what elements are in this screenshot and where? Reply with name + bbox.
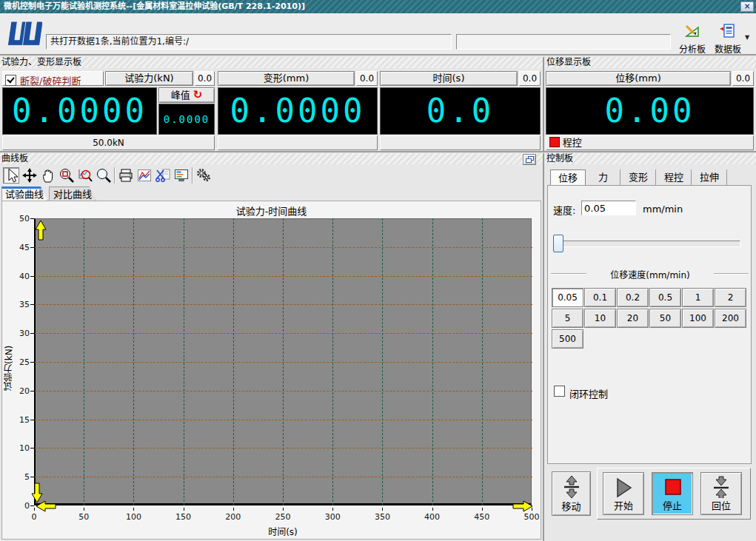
speed-button-0_5[interactable]: 0.5 — [649, 288, 681, 307]
analysis-board-button[interactable]: 分析板 — [675, 22, 709, 53]
move-tool-button[interactable] — [21, 167, 38, 184]
curve-panel-header: 曲线板 — [0, 153, 543, 164]
x-tick-mark — [233, 508, 234, 511]
gears-tool-button[interactable] — [195, 167, 212, 184]
break-judge-checkbox-row[interactable]: 断裂/破碎判断 — [2, 71, 104, 86]
x-tick-mark — [382, 508, 383, 511]
deform-display: 0.0000 — [218, 87, 378, 135]
move-button[interactable]: 移动 — [552, 471, 591, 516]
closed-loop-checkbox[interactable] — [554, 386, 565, 400]
move-icon — [21, 167, 38, 184]
analysis-board-label: 分析板 — [675, 42, 709, 55]
select-tool-button[interactable] — [3, 167, 19, 184]
force-panel-title[interactable]: 试验力(kN) — [105, 71, 193, 86]
time-small-value: 0.0 — [519, 71, 541, 86]
speed-button-0_2[interactable]: 0.2 — [617, 288, 649, 307]
curve-tab-0[interactable]: 试验曲线 — [1, 187, 47, 201]
gridline-h — [35, 304, 532, 305]
gears-icon — [195, 167, 212, 184]
monitor-icon — [173, 167, 190, 184]
start-label: 开始 — [614, 498, 633, 512]
x-tick-mark — [532, 508, 532, 511]
pan-tool-button[interactable] — [40, 167, 56, 184]
y-tick-label: 45 — [13, 243, 30, 252]
gridline-h — [35, 420, 532, 420]
break-judge-label: 断裂/破碎判断 — [20, 75, 81, 87]
displacement-panel-title[interactable]: 位移(mm) — [546, 71, 731, 86]
speed-button-10[interactable]: 10 — [584, 309, 616, 328]
stop-button[interactable]: 停止 — [652, 472, 693, 515]
x-tick-label: 300 — [321, 512, 344, 522]
speed-button-1[interactable]: 1 — [682, 288, 714, 307]
peak-refresh-icon[interactable]: ↻ — [193, 88, 203, 101]
y-tick-mark — [30, 304, 34, 305]
zoom-curve-tool-button[interactable] — [77, 167, 93, 184]
status-text: 共打开数据1条,当前位置为1,编号:/ — [50, 36, 189, 47]
control-tab-3[interactable]: 程控 — [657, 169, 692, 185]
curve-data-tool-button[interactable] — [136, 167, 153, 184]
toolbar-area: 设置调整工具窗口帮助退出 共打开数据1条,当前位置为1,编号:/ 分析板 数据板… — [0, 13, 756, 56]
y-tick-mark — [30, 505, 34, 506]
y-tick-label: 35 — [13, 300, 30, 309]
speed-button-2[interactable]: 2 — [715, 288, 746, 307]
data-board-icon — [719, 32, 737, 42]
speed-button-0_05[interactable]: 0.05 — [552, 288, 583, 307]
y-tick-mark — [30, 448, 34, 448]
control-tab-1[interactable]: 力 — [586, 169, 620, 185]
return-button[interactable]: 回位 — [700, 472, 742, 515]
break-judge-checkbox[interactable] — [5, 75, 16, 86]
time-panel-title[interactable]: 时间(s) — [380, 71, 518, 86]
zoom-icon — [96, 167, 112, 184]
y-tick-label: 30 — [13, 329, 30, 338]
y-tick-label: 0 — [13, 501, 30, 511]
speed-button-200[interactable]: 200 — [715, 309, 746, 328]
y-tick-mark — [30, 362, 34, 363]
curve-panel-float-button[interactable] — [523, 154, 536, 165]
speed-button-20[interactable]: 20 — [617, 309, 649, 328]
zoom-box-tool-button[interactable] — [58, 167, 75, 184]
control-tab-0[interactable]: 位移 — [550, 169, 586, 185]
clip-tool-button[interactable] — [155, 167, 171, 184]
speed-button-50[interactable]: 50 — [649, 309, 681, 328]
control-panel-header: 控制板 — [545, 153, 756, 164]
status-box: 共打开数据1条,当前位置为1,编号:/ — [46, 34, 452, 50]
speed-button-500[interactable]: 500 — [552, 329, 583, 349]
peak-button[interactable]: 峰值 ↻ — [158, 87, 215, 103]
close-button[interactable]: × — [740, 1, 754, 12]
speed-unit-label: mm/min — [643, 204, 683, 215]
y-tick-mark — [30, 218, 34, 219]
gridline-h — [35, 247, 532, 248]
program-control-indicator — [549, 137, 560, 147]
check-icon — [7, 75, 14, 84]
data-board-button[interactable]: 数据板 — [711, 22, 745, 53]
speed-label: 速度: — [553, 203, 575, 217]
section-divider — [543, 57, 544, 152]
displacement-small-value: 0.0 — [732, 71, 754, 86]
displacement-section-header: 位移显示板 — [545, 57, 756, 68]
speed-button-0_1[interactable]: 0.1 — [584, 288, 616, 307]
curve-tab-1[interactable]: 对比曲线 — [49, 187, 96, 201]
print-tool-button[interactable] — [118, 167, 134, 184]
force-range-footer: 50.0kN — [2, 135, 215, 150]
speed-slider-thumb[interactable] — [553, 235, 563, 252]
speed-button-5[interactable]: 5 — [552, 309, 583, 328]
play-icon — [611, 476, 636, 498]
gridline-h — [35, 391, 532, 392]
x-tick-label: 0 — [23, 512, 45, 522]
control-tab-4[interactable]: 拉伸 — [692, 169, 727, 185]
speed-slider-track[interactable] — [555, 241, 740, 247]
x-tick-label: 250 — [272, 512, 294, 522]
speed-input[interactable] — [581, 201, 636, 215]
control-tab-2[interactable]: 变形 — [621, 169, 656, 185]
x-tick-label: 400 — [421, 512, 444, 522]
speed-button-100[interactable]: 100 — [682, 309, 714, 328]
stop-icon — [660, 476, 685, 498]
return-label: 回位 — [712, 498, 731, 512]
zoom-tool-button[interactable] — [96, 167, 112, 184]
monitor-tool-button[interactable] — [173, 167, 190, 184]
deform-panel-title[interactable]: 变形(mm) — [218, 71, 355, 86]
start-button[interactable]: 开始 — [603, 472, 644, 515]
toolbar-overflow-chevron[interactable]: ▼ — [745, 34, 749, 41]
y-tick-mark — [30, 420, 34, 420]
clip-icon — [155, 167, 171, 184]
